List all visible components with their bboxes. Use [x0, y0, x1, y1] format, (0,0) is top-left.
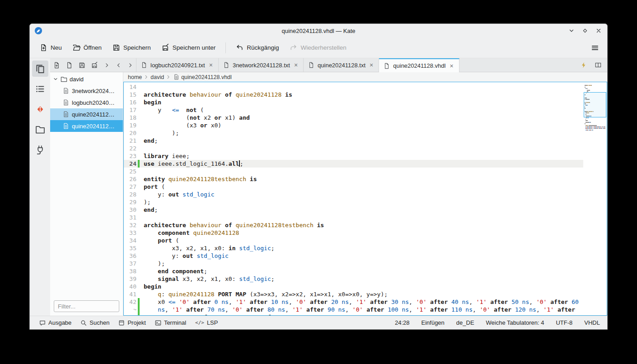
- minimize-button[interactable]: [567, 27, 576, 35]
- hamburger-menu-button[interactable]: [588, 41, 602, 55]
- code-line[interactable]: 21end;: [124, 137, 583, 145]
- status-right: 24:28 Einfügen de_DE Weiche Tabulatoren:…: [395, 319, 602, 326]
- minimap-line: [585, 88, 605, 89]
- save-as-doc-small-button[interactable]: [88, 58, 101, 72]
- tab-quine20241128-txt[interactable]: quine20241128.txt ×: [304, 58, 379, 72]
- save-button[interactable]: Speichern: [108, 41, 155, 55]
- code-line[interactable]: 30end;: [124, 206, 583, 214]
- sidebar-git-button[interactable]: [32, 101, 48, 117]
- open-button[interactable]: Öffnen: [68, 41, 106, 55]
- file-icon: [173, 74, 179, 80]
- breadcrumb-home[interactable]: home: [128, 74, 142, 80]
- code-line[interactable]: 23library ieee;: [124, 152, 583, 160]
- terminal-toggle[interactable]: Terminal: [151, 317, 190, 328]
- code-line[interactable]: 40begin: [124, 283, 583, 290]
- code-line[interactable]: 38 end component;: [124, 267, 583, 275]
- code-line[interactable]: 37 );: [124, 260, 583, 267]
- search-toggle[interactable]: Suchen: [76, 317, 113, 328]
- doc-item-logbuch[interactable]: logbuch20240…: [50, 97, 123, 108]
- chevron-right-icon: [127, 62, 133, 68]
- code-line[interactable]: 39 signal x3, x2, x1, x0: std_logic;: [124, 275, 583, 283]
- save-button-label: Speichern: [123, 44, 151, 51]
- code-line[interactable]: 35 x3, x2, x1, x0: in std_logic;: [124, 244, 583, 252]
- code-line[interactable]: 18 (not x2 or x1) and: [124, 114, 583, 121]
- code-line[interactable]: ↪ 130 ns, '0' after 140 ns, '1' after 15…: [124, 313, 583, 315]
- tab-close-icon[interactable]: ×: [369, 61, 374, 69]
- close-button[interactable]: [595, 27, 603, 35]
- sidebar-filesystem-button[interactable]: [32, 121, 48, 138]
- input-mode[interactable]: Einfügen: [422, 319, 445, 326]
- indent-mode[interactable]: Weiche Tabulatoren: 4: [486, 319, 544, 326]
- doc-item-quine-txt[interactable]: quine2024112…: [50, 108, 123, 120]
- expander-chevron-down-icon[interactable]: [53, 76, 58, 82]
- code-line[interactable]: 17 y <= not (: [124, 106, 583, 114]
- tab-label: logbuch20240921.txt: [150, 62, 205, 69]
- sidebar-documents-button[interactable]: [32, 61, 48, 77]
- code-area[interactable]: 1415architecture behaviour of quine20241…: [124, 82, 583, 315]
- code-line[interactable]: 16begin: [124, 98, 583, 106]
- tab-close-icon[interactable]: ×: [208, 61, 214, 69]
- tab-overflow-button[interactable]: [101, 58, 112, 72]
- sidebar-symbols-button[interactable]: [32, 81, 48, 97]
- code-line[interactable]: 34 port (: [124, 237, 583, 244]
- redo-button[interactable]: Wiederherstellen: [285, 41, 351, 55]
- code-line[interactable]: 36 y: out std_logic: [124, 252, 583, 260]
- code-line[interactable]: 33 component quine20241128: [124, 229, 583, 237]
- code-line[interactable]: 25: [124, 168, 583, 175]
- split-view-button[interactable]: [592, 62, 604, 68]
- line-number: 15: [124, 91, 136, 98]
- dictionary[interactable]: de_DE: [456, 319, 474, 326]
- code-line[interactable]: 15architecture behaviour of quine2024112…: [124, 91, 583, 98]
- line-number: 42: [124, 298, 136, 306]
- undo-button[interactable]: Rückgängig: [231, 41, 283, 55]
- save-as-button[interactable]: Speichern unter: [157, 41, 220, 55]
- minimap-viewport[interactable]: [584, 92, 606, 117]
- quick-actions-button[interactable]: [577, 62, 590, 68]
- doc-item-quine-vhdl[interactable]: quine2024112…: [50, 120, 123, 132]
- minimap[interactable]: [583, 82, 607, 315]
- nav-forward-button[interactable]: [124, 58, 136, 72]
- new-button[interactable]: Neu: [35, 41, 66, 55]
- code-line[interactable]: ↪ ns, '1' after 70 ns, '0' after 80 ns, …: [124, 306, 583, 313]
- output-toggle[interactable]: Ausgabe: [35, 317, 75, 328]
- open-doc-small-button[interactable]: [63, 58, 75, 72]
- tab-close-icon[interactable]: ×: [293, 61, 299, 69]
- breadcrumb-david[interactable]: david: [150, 74, 164, 80]
- line-number: 37: [124, 260, 136, 267]
- code-line[interactable]: 27port (: [124, 183, 583, 191]
- code-line[interactable]: 41 q: quine20241128 PORT MAP (x3=>x3, x2…: [124, 290, 583, 298]
- lsp-toggle[interactable]: </> LSP: [191, 317, 222, 328]
- sidebar-external-tools-button[interactable]: [32, 142, 48, 158]
- tab-3network20241128-txt[interactable]: 3network20241128.txt ×: [219, 58, 304, 72]
- doc-item-3network[interactable]: 3network2024…: [50, 85, 123, 97]
- save-doc-small-button[interactable]: [75, 58, 88, 72]
- new-doc-small-button[interactable]: [50, 58, 63, 72]
- maximize-button[interactable]: [581, 27, 589, 35]
- code-line[interactable]: 31: [124, 214, 583, 221]
- code-line[interactable]: 26entity quine20241128testbench is: [124, 175, 583, 183]
- code-line[interactable]: 19 (x3 or x0): [124, 121, 583, 129]
- save-as-icon: [91, 62, 98, 69]
- code-line[interactable]: 14: [124, 83, 583, 91]
- encoding[interactable]: UTF-8: [556, 319, 572, 326]
- breadcrumb-filename[interactable]: quine20241128.vhdl: [181, 74, 232, 80]
- filter-input[interactable]: [54, 300, 119, 312]
- title-bar[interactable]: quine20241128.vhdl — Kate: [30, 24, 607, 37]
- code-line[interactable]: 22: [124, 145, 583, 152]
- code-text: ns, '1' after 70 ns, '0' after 80 ns, '1…: [140, 306, 583, 313]
- code-line[interactable]: 24use ieee.std_logic_1164.all;: [124, 160, 583, 168]
- tab-logbuch20240921-txt[interactable]: logbuch20240921.txt ×: [136, 58, 219, 72]
- code-line[interactable]: 42 x0 <= '0' after 0 ns, '1' after 10 ns…: [124, 298, 583, 306]
- code-line[interactable]: 28 y: out std_logic: [124, 191, 583, 198]
- status-bar: Ausgabe Suchen Projekt Terminal </> LSP …: [30, 316, 607, 329]
- cursor-position[interactable]: 24:28: [395, 319, 410, 326]
- nav-back-button[interactable]: [112, 58, 124, 72]
- code-line[interactable]: 32architecture behaviour of quine2024112…: [124, 221, 583, 229]
- tree-root-david[interactable]: david: [50, 73, 123, 85]
- tab-close-icon[interactable]: ×: [449, 62, 454, 70]
- file-type[interactable]: VHDL: [584, 319, 600, 326]
- tab-quine20241128-vhdl[interactable]: quine20241128.vhdl ×: [379, 58, 459, 72]
- code-line[interactable]: 29);: [124, 198, 583, 206]
- code-line[interactable]: 20 );: [124, 129, 583, 137]
- project-toggle[interactable]: Projekt: [114, 317, 150, 328]
